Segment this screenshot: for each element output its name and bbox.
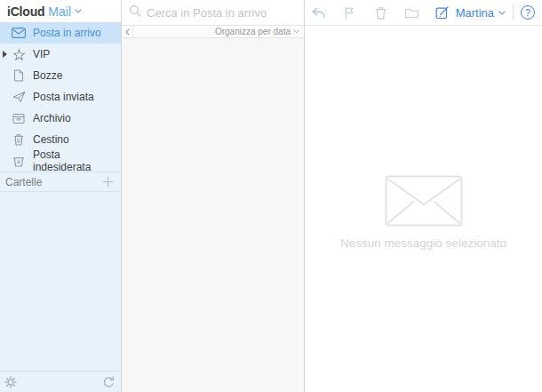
message-toolbar: Martina ? bbox=[305, 0, 542, 26]
account-menu[interactable]: Martina bbox=[456, 6, 506, 20]
sidebar-item-label: Posta indesiderata bbox=[33, 148, 121, 173]
folders-label: Cartelle bbox=[5, 176, 42, 188]
sidebar-item-inbox[interactable]: Posta in arrivo bbox=[0, 22, 121, 44]
mailbox-list: Posta in arrivo VIP Bozze bbox=[0, 22, 121, 172]
sidebar-item-junk[interactable]: Posta indesiderata bbox=[0, 150, 121, 172]
junk-icon bbox=[11, 153, 27, 169]
sidebar-footer bbox=[0, 371, 121, 392]
flag-icon[interactable] bbox=[341, 4, 357, 20]
message-actions bbox=[308, 4, 450, 20]
sidebar-item-trash[interactable]: Cestino bbox=[0, 129, 121, 150]
help-button[interactable]: ? bbox=[521, 5, 535, 20]
inbox-icon bbox=[11, 25, 27, 41]
envelope-icon bbox=[385, 175, 463, 227]
icloud-mail-window: iCloud Mail Posta in arrivo VIP bbox=[0, 0, 542, 392]
help-question-mark: ? bbox=[525, 8, 530, 18]
toolbar-divider bbox=[513, 5, 514, 20]
sidebar: iCloud Mail Posta in arrivo VIP bbox=[0, 0, 122, 392]
sidebar-item-archive[interactable]: Archivio bbox=[0, 108, 121, 129]
disclosure-triangle-icon[interactable] bbox=[3, 51, 7, 58]
trash-icon[interactable] bbox=[372, 4, 388, 20]
app-header: iCloud Mail bbox=[0, 0, 121, 22]
sort-menu[interactable]: Organizza per data bbox=[215, 26, 304, 37]
message-list-pane: Organizza per data bbox=[122, 0, 305, 392]
account-name: Martina bbox=[456, 6, 494, 20]
list-header: Organizza per data bbox=[122, 26, 304, 38]
app-switcher[interactable]: Mail bbox=[48, 4, 71, 19]
empty-state-label: Nessun messaggio selezionato bbox=[340, 236, 506, 250]
reply-icon[interactable] bbox=[310, 4, 326, 20]
search-icon bbox=[129, 4, 141, 20]
message-list-empty bbox=[122, 38, 304, 392]
folder-icon[interactable] bbox=[403, 4, 419, 20]
chevron-left-icon[interactable] bbox=[122, 26, 133, 37]
sidebar-item-vip[interactable]: VIP bbox=[0, 44, 121, 65]
trash-icon bbox=[11, 132, 27, 148]
sidebar-item-label: Cestino bbox=[33, 133, 69, 146]
gear-icon[interactable] bbox=[4, 376, 17, 388]
sidebar-item-label: Archivio bbox=[33, 112, 71, 124]
search-bar bbox=[122, 0, 304, 26]
sidebar-item-label: Posta in arrivo bbox=[33, 27, 101, 39]
sidebar-item-label: Bozze bbox=[33, 69, 62, 82]
chevron-down-icon[interactable] bbox=[75, 9, 82, 13]
sidebar-item-label: VIP bbox=[33, 48, 50, 60]
chevron-down-icon bbox=[498, 11, 506, 15]
sidebar-item-label: Posta inviata bbox=[33, 91, 94, 103]
sidebar-item-sent[interactable]: Posta inviata bbox=[0, 86, 121, 108]
message-content-pane: Martina ? Nessun messaggio selezionato bbox=[305, 0, 542, 392]
folders-section: Cartelle bbox=[0, 172, 121, 191]
chevron-down-icon bbox=[293, 29, 299, 34]
archive-icon bbox=[11, 110, 27, 126]
draft-icon bbox=[11, 68, 27, 84]
icloud-brand[interactable]: iCloud bbox=[7, 4, 44, 19]
star-icon bbox=[11, 46, 27, 62]
compose-icon[interactable] bbox=[434, 4, 450, 20]
sort-label: Organizza per data bbox=[215, 27, 291, 36]
paper-plane-icon bbox=[11, 89, 27, 105]
sidebar-empty-area bbox=[0, 192, 121, 371]
add-folder-button[interactable] bbox=[102, 176, 114, 188]
search-input[interactable] bbox=[147, 6, 298, 20]
sidebar-item-drafts[interactable]: Bozze bbox=[0, 65, 121, 86]
refresh-icon[interactable] bbox=[102, 376, 115, 388]
empty-message-state: Nessun messaggio selezionato bbox=[305, 26, 542, 392]
